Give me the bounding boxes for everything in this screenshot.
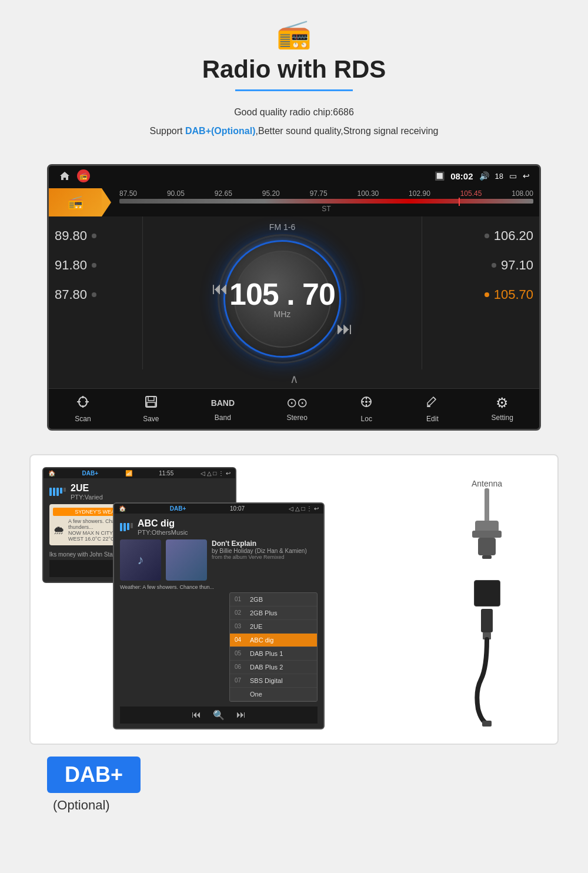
scan-icon	[75, 395, 91, 412]
status-time: 08:02	[450, 171, 473, 181]
svg-rect-13	[482, 721, 492, 727]
edit-icon	[425, 395, 439, 412]
page-title: Radio with RDS	[202, 55, 386, 84]
dab-song-info: Don't Explain by Billie Holiday (Diz Han…	[212, 539, 318, 581]
header-section: 📻 Radio with RDS Good quality radio chip…	[0, 0, 588, 152]
desc-line2-suffix: ,Better sound quality,Strong signal rece…	[256, 126, 439, 136]
dab-prev-btn-front[interactable]: ⏮	[192, 709, 201, 721]
preset-freq-r2: 97.10	[501, 258, 533, 273]
svg-rect-10	[482, 555, 492, 559]
home-icon[interactable]	[58, 169, 71, 182]
dab-weather-front: Weather: A few showers. Chance thun...	[120, 584, 318, 590]
freq-ruler: 📻 87.50 90.05 92.65 95.20 97.75 100.30 1…	[49, 186, 539, 216]
preset-right-3[interactable]: 105.70	[428, 287, 533, 302]
channel-f5[interactable]: 05DAB Plus 1	[230, 647, 317, 661]
fm-radio-screen: 📻 🔲 08:02 🔊 18 ▭ ↩ 📻 87.50 90.05 92.65 9…	[47, 164, 541, 431]
svg-rect-5	[427, 406, 430, 407]
dab-time-front: 10:07	[230, 505, 245, 512]
svg-rect-9	[478, 538, 496, 555]
stereo-icon: ⊙⊙	[286, 395, 308, 411]
antenna-label: Antenna	[472, 479, 502, 488]
channel-f7[interactable]: 07SBS Digital	[230, 674, 317, 688]
stereo-button[interactable]: ⊙⊙ Stereo	[286, 395, 308, 423]
channel-f4-active[interactable]: 04ABC dig	[230, 634, 317, 647]
ruler-area: 87.50 90.05 92.65 95.20 97.75 100.30 102…	[102, 188, 539, 215]
channel-f1[interactable]: 012GB	[230, 593, 317, 607]
preset-freq-r3-active: 105.70	[494, 287, 533, 302]
status-bar: 📻 🔲 08:02 🔊 18 ▭ ↩	[49, 166, 539, 186]
band-button[interactable]: BAND Band	[211, 395, 235, 423]
save-label: Save	[143, 415, 159, 423]
fm-label: FM 1-6	[269, 222, 295, 232]
artist-name: by Billie Holiday (Diz Han & Kamien)	[212, 548, 318, 554]
svg-rect-2	[147, 402, 155, 406]
preset-left-3[interactable]: 87.80	[55, 287, 136, 302]
preset-freq-1: 89.80	[55, 228, 87, 244]
freq-label-5: 97.75	[310, 189, 328, 198]
preset-right-2[interactable]: 97.10	[428, 258, 533, 273]
save-button[interactable]: Save	[143, 395, 159, 423]
dab-plus-section: DAB+ (Optional)	[29, 757, 559, 825]
channel-f3[interactable]: 032UE	[230, 620, 317, 634]
channel-f6[interactable]: 06DAB Plus 2	[230, 661, 317, 674]
center-display: FM 1-6 ⏮ 105 . 70 MHz ⏭	[143, 216, 422, 369]
dab-next-btn-front[interactable]: ⏭	[236, 709, 246, 721]
freq-label-3: 92.65	[215, 189, 232, 198]
freq-logo: 📻	[49, 188, 102, 216]
dab-search-btn-front[interactable]: 🔍	[213, 709, 225, 721]
scan-button[interactable]: Scan	[75, 395, 91, 423]
channel-f2[interactable]: 022GB Plus	[230, 607, 317, 620]
svg-rect-11	[481, 609, 493, 632]
music-icon: ♪	[138, 552, 144, 568]
song-title: Don't Explain	[212, 539, 318, 548]
dial-container: ⏮ 105 . 70 MHz ⏭	[218, 234, 347, 364]
lower-section: 🏠 DAB+ 📶 11:55 ◁ △ □ ⋮ ↩	[29, 454, 559, 745]
ruler-labels: 87.50 90.05 92.65 95.20 97.75 100.30 102…	[119, 189, 533, 198]
usb-dongle-body	[474, 580, 500, 607]
album-name: from the album Verve Remixed	[212, 554, 318, 560]
prev-station-button[interactable]: ⏮	[212, 279, 228, 298]
preset-dot-2	[92, 263, 96, 268]
preset-dot-r2	[492, 263, 496, 268]
weather-icon: 🌧	[53, 524, 65, 537]
screen-icon: ▭	[509, 171, 517, 181]
dab-icons-bg: ◁ △ □ ⋮ ↩	[201, 470, 230, 477]
preset-dot-3	[92, 292, 96, 297]
dab-pty-bg: PTY:Varied	[71, 494, 103, 501]
ruler-bar	[119, 199, 533, 204]
freq-indicator	[459, 198, 460, 206]
presets-right: 106.20 97.10 105.70	[422, 216, 539, 369]
desc-line2-prefix: Support	[149, 126, 185, 136]
band-icon: BAND	[211, 395, 235, 411]
radio-toolbar: Scan Save BAND Band ⊙⊙ Stereo	[49, 388, 539, 429]
svg-rect-1	[148, 396, 154, 401]
dab-time-bg: 11:55	[159, 470, 173, 477]
usb-cable-illustration	[469, 609, 505, 727]
preset-left-2[interactable]: 91.80	[55, 258, 136, 273]
next-station-button[interactable]: ⏭	[336, 319, 353, 338]
dab-nav-bar-front: ⏮ 🔍 ⏭	[120, 707, 318, 724]
preset-dot-1	[92, 234, 96, 238]
channel-f8[interactable]: One	[230, 688, 317, 701]
dab-screens-area: 🏠 DAB+ 📶 11:55 ◁ △ □ ⋮ ↩	[42, 467, 419, 732]
save-icon	[144, 395, 158, 412]
preset-dot-r1	[485, 234, 489, 238]
dab-highlight: DAB+(Optional)	[185, 126, 256, 136]
freq-label-9: 108.00	[512, 189, 533, 198]
edit-button[interactable]: Edit	[425, 395, 439, 423]
dab-station-name-front: ABC dig	[138, 518, 188, 529]
dab-plus-button[interactable]: DAB+	[47, 757, 141, 793]
stereo-label: Stereo	[287, 414, 308, 422]
radio-app-icon[interactable]: 📻	[77, 169, 90, 182]
preset-left-1[interactable]: 89.80	[55, 228, 136, 244]
back-icon[interactable]: ↩	[523, 171, 530, 181]
loc-button[interactable]: Loc	[359, 395, 373, 423]
preset-right-1[interactable]: 106.20	[428, 228, 533, 244]
band-label: Band	[215, 414, 231, 422]
setting-button[interactable]: ⚙ Setting	[492, 395, 513, 423]
dab-app-label-front: DAB+	[170, 505, 186, 512]
preset-freq-2: 91.80	[55, 258, 87, 273]
description: Good quality radio chip:6686 Support DAB…	[149, 103, 438, 141]
dab-screen-front: 🏠 DAB+ 10:07 ◁ △ □ ⋮ ↩ ABC dig PTY:Other…	[113, 502, 325, 729]
antenna-section: Antenna	[428, 467, 546, 727]
